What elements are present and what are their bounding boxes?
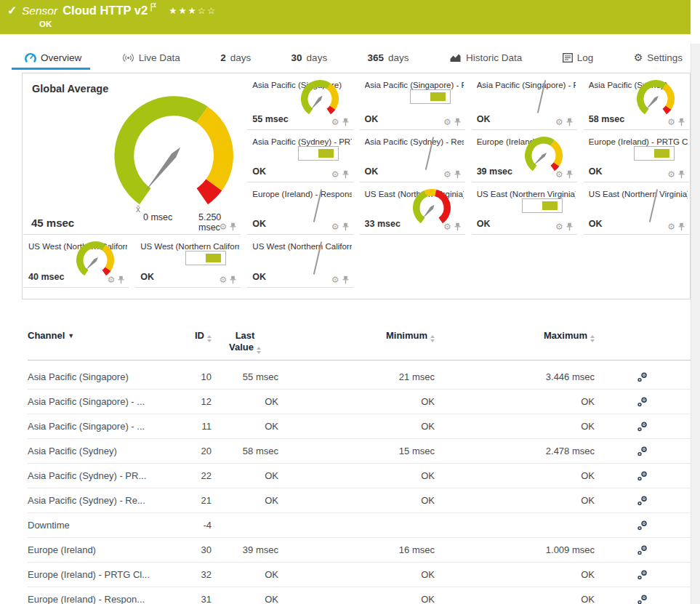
channel-tile[interactable]: US East (Northern Virginia) - ... OK ⚙ bbox=[472, 182, 577, 235]
channel-tile[interactable]: Europe (Ireland) 39 msec ⚙ bbox=[472, 130, 577, 182]
global-average-tile[interactable]: Global Average x̄ 0 msec 5.250 msec 45 m… bbox=[23, 73, 241, 235]
gear-icon[interactable]: ⚙ bbox=[443, 170, 451, 179]
cell-channel: Europe (Ireland) - PRTG Cl... bbox=[28, 569, 169, 580]
channel-tile[interactable]: Asia Pacific (Sydney) - Respo... OK ⚙ bbox=[360, 130, 465, 182]
gear-icon[interactable]: ⚙ bbox=[555, 222, 563, 231]
channel-tile[interactable]: US West (Northern California) 40 msec ⚙ bbox=[23, 235, 129, 288]
gear-icon[interactable]: ⚙ bbox=[667, 118, 675, 126]
pin-icon[interactable] bbox=[118, 275, 124, 284]
tab-historic-data[interactable]: Historic Data bbox=[448, 45, 523, 70]
gear-icon[interactable]: ⚙ bbox=[555, 118, 563, 126]
table-row[interactable]: Europe (Ireland) - PRTG Cl... 32 OK OK O… bbox=[28, 563, 693, 587]
pin-icon[interactable] bbox=[454, 170, 461, 179]
cell-last-value: OK bbox=[212, 470, 278, 481]
cell-last-value: 55 msec bbox=[212, 371, 278, 382]
channel-tile[interactable]: Asia Pacific (Sydney) - PRTG ... OK ⚙ bbox=[247, 130, 353, 182]
table-row[interactable]: Asia Pacific (Sydney) - Re... 21 OK OK O… bbox=[28, 488, 693, 513]
channel-tile[interactable]: US East (Northern Virginia) - ... OK ⚙ bbox=[584, 182, 689, 235]
edit-channel-icon[interactable] bbox=[637, 446, 648, 457]
channel-tile[interactable]: US West (Northern California)... OK ⚙ bbox=[135, 235, 241, 288]
gauge-value: 45 msec bbox=[31, 217, 74, 229]
pin-icon[interactable] bbox=[230, 222, 236, 231]
cell-id: 21 bbox=[169, 495, 212, 506]
pin-icon[interactable] bbox=[678, 222, 685, 231]
toggle-box bbox=[634, 146, 675, 161]
tab-30-days[interactable]: 30 days bbox=[290, 45, 329, 70]
tab-log[interactable]: Log bbox=[561, 45, 595, 70]
flag-icon[interactable] bbox=[150, 3, 157, 12]
gear-icon[interactable]: ⚙ bbox=[220, 222, 228, 231]
gear-icon[interactable]: ⚙ bbox=[331, 118, 339, 126]
tab-365-days[interactable]: 365 days bbox=[366, 45, 411, 70]
priority-stars[interactable]: ★★★☆☆ bbox=[169, 3, 217, 19]
gear-icon[interactable]: ⚙ bbox=[443, 222, 451, 231]
table-row[interactable]: Asia Pacific (Sydney) 20 58 msec 15 msec… bbox=[28, 439, 693, 464]
status-check-icon: ✓ bbox=[7, 4, 17, 17]
edit-channel-icon[interactable] bbox=[637, 495, 648, 507]
table-row[interactable]: Europe (Ireland) 30 39 msec 16 msec 1.00… bbox=[28, 538, 693, 563]
channel-tile[interactable]: Asia Pacific (Singapore) - PR... OK ⚙ bbox=[360, 73, 465, 130]
channel-tile[interactable]: Asia Pacific (Sydney) 58 msec ⚙ bbox=[584, 73, 689, 130]
cell-last-value: 58 msec bbox=[212, 446, 278, 456]
table-row[interactable]: Asia Pacific (Singapore) - ... 12 OK OK … bbox=[28, 390, 693, 414]
edit-channel-icon[interactable] bbox=[637, 371, 648, 383]
scrollbar[interactable] bbox=[691, 44, 700, 604]
channel-tile[interactable]: Europe (Ireland) - PRTG Cloud... OK ⚙ bbox=[584, 130, 689, 182]
column-header-channel[interactable]: Channel▼ bbox=[28, 330, 169, 341]
column-header-last-value[interactable]: Last Value bbox=[212, 330, 278, 354]
tab-2-days[interactable]: 2 days bbox=[219, 45, 252, 70]
pin-icon[interactable] bbox=[342, 222, 349, 231]
cell-minimum: 16 msec bbox=[278, 544, 435, 555]
gear-icon[interactable]: ⚙ bbox=[107, 275, 115, 284]
gear-icon[interactable]: ⚙ bbox=[667, 170, 675, 179]
edit-channel-icon[interactable] bbox=[637, 569, 648, 581]
edit-channel-icon[interactable] bbox=[637, 396, 648, 408]
cell-minimum: OK bbox=[278, 396, 435, 407]
table-row[interactable]: Europe (Ireland) - Respon... 31 OK OK OK bbox=[28, 587, 693, 604]
pin-icon[interactable] bbox=[678, 170, 685, 179]
pin-icon[interactable] bbox=[566, 170, 573, 179]
gear-icon[interactable]: ⚙ bbox=[331, 222, 339, 231]
tab-settings[interactable]: ⚙ Settings bbox=[632, 45, 684, 70]
gear-icon[interactable]: ⚙ bbox=[667, 222, 675, 231]
gear-icon[interactable]: ⚙ bbox=[555, 170, 563, 179]
gear-icon[interactable]: ⚙ bbox=[443, 118, 451, 126]
gear-icon[interactable]: ⚙ bbox=[220, 275, 228, 284]
column-header-minimum[interactable]: Minimum bbox=[278, 330, 435, 342]
cell-maximum: OK bbox=[435, 470, 595, 481]
pin-icon[interactable] bbox=[566, 222, 573, 231]
edit-channel-icon[interactable] bbox=[637, 544, 648, 556]
column-header-id[interactable]: ID bbox=[169, 330, 212, 342]
table-row[interactable]: Downtime -4 bbox=[28, 513, 693, 538]
pin-icon[interactable] bbox=[454, 118, 461, 126]
channel-tile-value: 33 msec bbox=[365, 219, 401, 229]
channel-tile[interactable]: Europe (Ireland) - Response C... OK ⚙ bbox=[247, 182, 353, 235]
cell-last-value: OK bbox=[212, 594, 278, 604]
channel-tile-value: OK bbox=[477, 114, 491, 124]
pin-icon[interactable] bbox=[342, 170, 349, 179]
table-row[interactable]: Asia Pacific (Singapore) 10 55 msec 21 m… bbox=[28, 365, 693, 390]
channel-tile[interactable]: US East (Northern Virginia) 33 msec ⚙ bbox=[360, 182, 465, 235]
pin-icon[interactable] bbox=[342, 118, 349, 126]
tab-live-data[interactable]: Live Data bbox=[121, 45, 182, 70]
pin-icon[interactable] bbox=[230, 275, 236, 284]
edit-channel-icon[interactable] bbox=[637, 470, 648, 482]
table-row[interactable]: Asia Pacific (Singapore) - ... 11 OK OK … bbox=[28, 414, 693, 439]
edit-channel-icon[interactable] bbox=[637, 520, 648, 531]
gear-icon[interactable]: ⚙ bbox=[331, 170, 339, 179]
channel-tile[interactable]: Asia Pacific (Singapore) - Res... OK ⚙ bbox=[472, 73, 577, 130]
pin-icon[interactable] bbox=[566, 118, 573, 126]
pin-icon[interactable] bbox=[678, 118, 685, 126]
table-row[interactable]: Asia Pacific (Sydney) - PR... 22 OK OK O… bbox=[28, 464, 693, 488]
tab-label: days bbox=[388, 52, 409, 63]
channel-tile[interactable]: US West (Northern California)... OK ⚙ bbox=[247, 235, 353, 288]
pin-icon[interactable] bbox=[454, 222, 461, 231]
gear-icon[interactable]: ⚙ bbox=[331, 275, 339, 284]
pin-icon[interactable] bbox=[342, 275, 349, 284]
channel-tile[interactable]: Asia Pacific (Singapore) 55 msec ⚙ bbox=[247, 73, 353, 130]
tab-overview[interactable]: Overview bbox=[23, 45, 83, 70]
edit-channel-icon[interactable] bbox=[637, 421, 648, 432]
column-header-maximum[interactable]: Maximum bbox=[435, 330, 595, 342]
toggle-box bbox=[185, 251, 226, 265]
edit-channel-icon[interactable] bbox=[637, 594, 648, 604]
